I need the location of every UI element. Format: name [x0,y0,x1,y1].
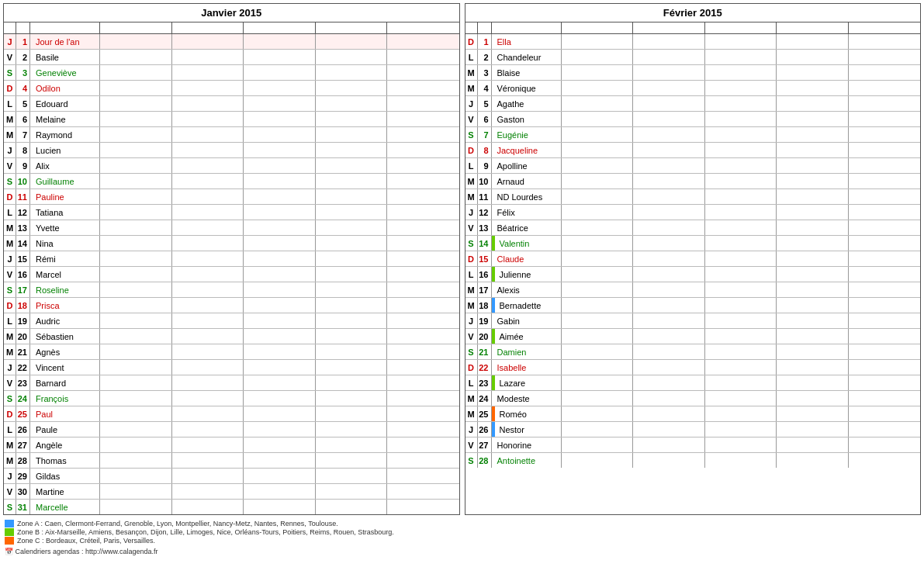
data-cell-2 [172,251,244,266]
day-num-cell: 11 [16,189,30,204]
day-name-cell: Melaine [30,112,100,126]
day-num-cell: 26 [16,422,30,437]
data-cell-5 [849,174,921,188]
data-cell-1 [100,437,172,452]
day-row: M18Bernadette [465,298,921,313]
data-cell-1 [562,174,634,188]
day-row: L26Paule [4,422,459,437]
day-row: S10Guillaume [4,174,459,189]
day-name-text: Aimée [496,332,524,341]
day-num-cell: 31 [16,500,30,514]
day-letter-cell: D [465,251,478,266]
data-cell-1 [100,267,172,282]
day-name-text: Roméo [496,410,527,419]
data-cell-5 [387,96,459,111]
day-row: J29Gildas [4,469,459,484]
data-cell-5 [849,375,921,390]
data-cell-2 [633,34,705,49]
day-row: M13Yvette [4,220,459,236]
data-cell-4 [316,127,388,142]
day-letter-cell: S [465,453,478,468]
data-cell-1 [100,344,172,359]
day-letter-cell: D [465,360,478,375]
day-num-cell: 13 [478,220,492,235]
day-num-cell: 7 [478,127,492,142]
day-name-text: François [34,394,68,403]
data-cell-5 [387,282,459,297]
day-name-cell: Odilon [30,81,100,95]
day-name-cell: ND Lourdes [492,189,562,204]
day-row: M28Thomas [4,453,459,469]
day-name-cell: Jacqueline [492,143,562,157]
data-cell-4 [316,205,388,220]
col-day-letter [4,22,16,33]
data-cell-5 [849,391,921,406]
day-row: V23Barnard [4,375,459,391]
data-cell-1 [100,406,172,421]
day-name-text: Gabin [496,316,520,326]
data-cell-1 [100,205,172,220]
col-day-num [478,22,492,33]
data-cell-3 [244,96,316,111]
calendar-icon: 📅 [5,548,13,555]
day-letter-cell: M [465,282,478,297]
data-cell-3 [244,298,316,313]
footer-zone-b: Zone B : Aix-Marseille, Amiens, Besançon… [5,528,921,536]
day-name-cell: Gaston [492,112,562,126]
data-cell-4 [777,65,849,80]
day-name-cell: Audric [30,313,100,328]
data-cell-4 [316,375,388,390]
data-cell-2 [172,205,244,220]
data-cell-4 [316,189,388,204]
data-cell-3 [705,236,777,251]
data-cell-3 [705,344,777,359]
day-num-cell: 15 [478,251,492,266]
day-name-cell: Ella [492,34,562,49]
day-letter-cell: M [4,127,16,142]
data-cell-2 [172,143,244,157]
data-cell-4 [777,143,849,157]
day-name-text: Eugénie [496,130,528,140]
day-num-cell: 6 [16,112,30,126]
data-cell-5 [387,81,459,95]
data-cell-2 [172,437,244,452]
data-cell-4 [316,282,388,297]
day-row: D22Isabelle [465,360,921,375]
day-name-text: Roseline [34,285,69,295]
day-num-cell: 22 [16,360,30,375]
day-num-cell: 2 [16,50,30,64]
data-cell-2 [172,189,244,204]
data-cell-3 [244,220,316,235]
data-cell-1 [100,391,172,406]
data-cell-3 [705,81,777,95]
day-num-cell: 15 [16,251,30,266]
data-cell-5 [387,236,459,251]
zone-b-label: Zone B : Aix-Marseille, Amiens, Besançon… [17,528,394,536]
zone-indicator [492,236,495,251]
data-cell-5 [387,313,459,328]
zone-a-label: Zone A : Caen, Clermont-Ferrand, Grenobl… [17,520,338,527]
day-letter-cell: S [465,344,478,359]
day-row: J22Vincent [4,360,459,375]
day-num-cell: 17 [16,282,30,297]
data-cell-5 [849,313,921,328]
data-cell-4 [316,143,388,157]
data-cell-5 [849,81,921,95]
day-row: M14Nina [4,236,459,251]
data-cell-2 [633,127,705,142]
day-name-text: Nina [34,239,54,248]
data-cell-2 [633,251,705,266]
day-letter-cell: V [465,112,478,126]
data-cell-3 [244,453,316,468]
col-day-letter [465,22,478,33]
day-name-text: Yvette [34,223,60,233]
data-cell-1 [100,189,172,204]
day-row: S24François [4,391,459,406]
data-cell-1 [100,158,172,173]
day-name-cell: Antoinette [492,453,562,468]
day-row: L9Apolline [465,158,921,174]
day-name-cell: Julienne [492,267,562,282]
data-cell-4 [777,282,849,297]
day-name-text: Paule [34,425,57,434]
day-num-cell: 24 [16,391,30,406]
